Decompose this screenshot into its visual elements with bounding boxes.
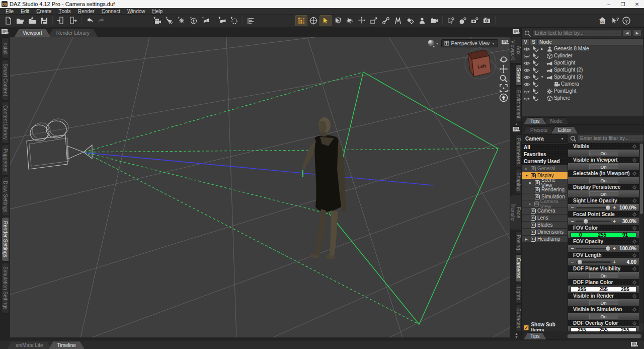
dock-tab-posing[interactable]: Posing bbox=[515, 231, 521, 254]
tab-tips[interactable]: Tips bbox=[524, 332, 546, 339]
spot-render-tool-button[interactable] bbox=[428, 15, 440, 26]
slider-track[interactable] bbox=[576, 207, 611, 208]
selectable-icon[interactable] bbox=[531, 66, 539, 73]
viewport-background[interactable] bbox=[10, 37, 510, 337]
color-swatch[interactable]: 255255255 bbox=[571, 287, 636, 292]
category-all[interactable]: All bbox=[522, 144, 568, 151]
twist-tool-button[interactable] bbox=[344, 15, 356, 26]
category-favorites[interactable]: Favorites bbox=[522, 151, 568, 158]
category-blades[interactable]: GBlades bbox=[522, 222, 568, 228]
menu-connect[interactable]: Connect bbox=[98, 8, 124, 14]
viewport-grid-tool-button[interactable] bbox=[295, 15, 307, 26]
scope-dropdown[interactable]: Camera ▼ bbox=[523, 134, 567, 143]
tab-timeline[interactable]: Timeline bbox=[48, 341, 84, 349]
category-dimensions[interactable]: GDimensions bbox=[522, 229, 568, 235]
selectable-icon[interactable] bbox=[531, 45, 539, 52]
node-name[interactable]: Camera bbox=[561, 81, 579, 87]
pane-menu-icon[interactable] bbox=[512, 126, 520, 132]
menu-edit[interactable]: Edit bbox=[17, 8, 33, 14]
toggle-switch[interactable]: On bbox=[589, 314, 618, 319]
restore-button[interactable]: ❐ bbox=[616, 0, 630, 8]
pane-menu-icon[interactable] bbox=[1, 28, 9, 34]
node-expander[interactable]: ▼ bbox=[540, 76, 544, 79]
node-name[interactable]: Genesis 8 Male bbox=[554, 46, 589, 51]
scene-node-row[interactable]: PointLight bbox=[522, 88, 643, 94]
save-file-button[interactable] bbox=[38, 15, 50, 26]
category-expander[interactable]: ▶ bbox=[529, 202, 532, 205]
menu-create[interactable]: Create bbox=[33, 8, 55, 14]
gear-icon[interactable] bbox=[631, 252, 637, 258]
selection-settings-tool-button[interactable] bbox=[445, 15, 457, 26]
slider-increment[interactable]: + bbox=[612, 219, 616, 224]
export-file-button[interactable] bbox=[67, 15, 79, 26]
category-expander[interactable]: ▼ bbox=[525, 174, 529, 177]
eye-open-icon[interactable] bbox=[523, 81, 530, 87]
left-dock-tab-draw-settings[interactable]: Draw Settings bbox=[2, 177, 9, 216]
gear-icon[interactable] bbox=[631, 212, 637, 218]
gear-icon[interactable] bbox=[631, 225, 637, 231]
category-currently-used[interactable]: Currently Used bbox=[522, 158, 568, 165]
camera-settings-tool-button[interactable] bbox=[469, 15, 481, 26]
property-filter-input[interactable] bbox=[578, 134, 643, 142]
close-button[interactable]: ✕ bbox=[630, 0, 644, 8]
eye-open-icon[interactable] bbox=[523, 46, 530, 52]
scene-node-row[interactable]: ▶Genesis 8 Male bbox=[522, 45, 643, 52]
minimize-button[interactable]: – bbox=[602, 0, 616, 8]
home-button-button[interactable]: DS bbox=[596, 15, 608, 26]
dock-tab-cameras[interactable]: Cameras bbox=[515, 254, 521, 282]
translate-tool-button[interactable] bbox=[356, 15, 368, 26]
color-swatch[interactable]: 025591 bbox=[571, 232, 636, 238]
menu-window[interactable]: Window bbox=[124, 8, 149, 14]
scale-tool-button[interactable] bbox=[368, 15, 380, 26]
slider-increment[interactable]: + bbox=[612, 246, 616, 251]
slider-decrement[interactable]: − bbox=[571, 205, 575, 211]
slider-increment[interactable]: + bbox=[612, 205, 616, 211]
tree-column-s[interactable]: S bbox=[530, 39, 538, 45]
left-dock-tab-simulation-settings[interactable]: Simulation Settings bbox=[2, 262, 9, 314]
dock-tab-shaping[interactable]: Shaping bbox=[515, 169, 521, 194]
dock-tab-parameters[interactable]: Parameters bbox=[515, 134, 521, 168]
slider-decrement[interactable]: − bbox=[571, 219, 575, 224]
gear-icon[interactable] bbox=[631, 184, 637, 190]
create-distant-light-button[interactable] bbox=[188, 15, 200, 26]
gear-icon[interactable] bbox=[631, 144, 637, 150]
eye-closed-icon[interactable] bbox=[523, 95, 530, 101]
left-dock-tab-smart-content[interactable]: Smart Content bbox=[2, 59, 9, 100]
toggle-switch[interactable]: On bbox=[589, 164, 618, 170]
viewport-3d-scene[interactable]: Left bbox=[10, 37, 510, 337]
joint-editor-tool-button[interactable] bbox=[380, 15, 392, 26]
zoom-button[interactable] bbox=[499, 74, 509, 83]
gear-icon[interactable] bbox=[631, 307, 637, 313]
open-file-button[interactable] bbox=[14, 15, 26, 26]
tree-column-v[interactable]: V bbox=[522, 39, 530, 45]
view-selector-dropdown[interactable]: Perspective View ▼ bbox=[441, 39, 498, 47]
universal-manipulator-tool-button[interactable] bbox=[307, 15, 319, 26]
tab-viewport[interactable]: Viewport bbox=[14, 29, 51, 37]
node-name[interactable]: Cylinder bbox=[554, 53, 573, 58]
selectable-icon[interactable] bbox=[531, 95, 539, 101]
left-dock-tab-puppeteer[interactable]: Puppeteer bbox=[2, 145, 9, 176]
slider-knob[interactable] bbox=[606, 205, 610, 210]
create-spotlight-button[interactable] bbox=[164, 15, 176, 26]
dock-tab-surfaces[interactable]: Surfaces bbox=[515, 305, 521, 331]
eye-closed-icon[interactable] bbox=[523, 53, 530, 59]
category-general[interactable]: ▶GGeneral bbox=[522, 165, 568, 172]
node-name[interactable]: SpotLight (2) bbox=[554, 67, 583, 73]
whats-this-button-button[interactable]: ? bbox=[608, 15, 620, 26]
create-null-button[interactable] bbox=[228, 15, 240, 26]
node-name[interactable]: SpotLight (3) bbox=[554, 74, 583, 80]
pane-menu-icon[interactable] bbox=[630, 341, 639, 348]
slider-decrement[interactable]: − bbox=[571, 246, 575, 251]
selectable-icon[interactable] bbox=[531, 81, 539, 87]
gear-icon[interactable] bbox=[631, 293, 637, 299]
category-expander[interactable]: ▶ bbox=[525, 237, 529, 241]
new-file-button[interactable] bbox=[2, 15, 14, 26]
category-scene-view[interactable]: ▶GScene View bbox=[522, 179, 568, 186]
tab-node[interactable]: Node bbox=[544, 117, 569, 124]
category-headlamp[interactable]: ▶GHeadlamp bbox=[522, 236, 568, 242]
dock-tab-lights[interactable]: Lights bbox=[515, 283, 521, 304]
gear-icon[interactable] bbox=[631, 280, 637, 286]
menu-help[interactable]: Help bbox=[149, 8, 167, 14]
category-rendering[interactable]: GRendering bbox=[522, 186, 568, 193]
render-camera-tool-button[interactable] bbox=[481, 15, 493, 26]
